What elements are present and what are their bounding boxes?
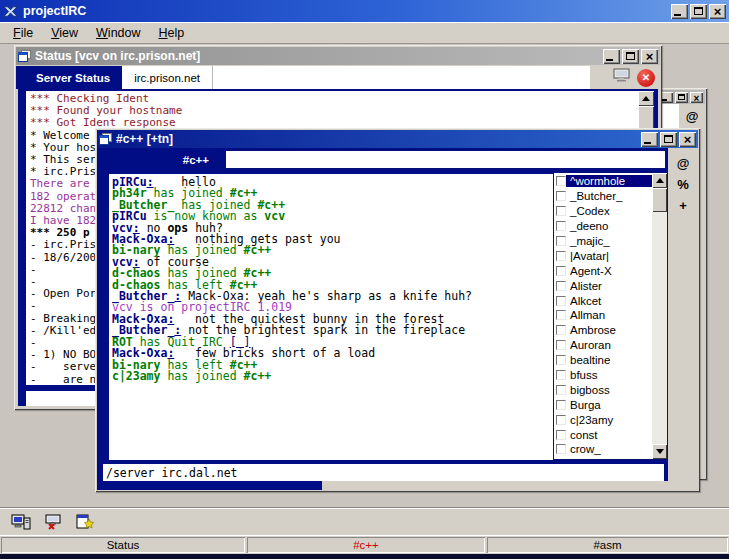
nick-name: Agent-X xyxy=(566,265,652,277)
minimize-button[interactable] xyxy=(603,49,620,64)
nick-checkbox[interactable] xyxy=(556,340,566,350)
nick-checkbox[interactable] xyxy=(556,430,566,440)
nick-name: Auroran xyxy=(566,339,652,351)
computer-icon[interactable] xyxy=(9,511,33,533)
nick-checkbox[interactable] xyxy=(556,251,566,261)
channel-window-title: #c++ [+tn] xyxy=(116,132,173,146)
chat-message-area: pIRCu: helloph34r has joined #c++_Butche… xyxy=(109,174,553,460)
nick-row[interactable]: |Avatar| xyxy=(554,248,652,263)
minimize-icon xyxy=(606,59,613,61)
scroll-thumb[interactable] xyxy=(652,188,667,212)
chat-span: c|23amy xyxy=(112,369,160,383)
nick-checkbox[interactable] xyxy=(556,236,566,246)
voice-mode-button[interactable]: + xyxy=(679,199,687,213)
nick-checkbox[interactable] xyxy=(556,191,566,201)
monitor-icon[interactable] xyxy=(613,68,632,87)
scroll-down-button[interactable] xyxy=(652,444,667,459)
minimize-button[interactable] xyxy=(671,4,688,19)
scroll-track[interactable] xyxy=(652,188,667,444)
channel-window-titlebar[interactable]: #c++ [+tn] xyxy=(97,130,698,148)
nick-name: bfuss xyxy=(566,369,652,381)
nick-name: bealtine xyxy=(566,354,652,366)
nick-row[interactable]: bigboss xyxy=(554,382,652,397)
disconnect-icon[interactable] xyxy=(41,511,65,533)
window-bottom-edge xyxy=(0,554,729,559)
nick-checkbox[interactable] xyxy=(556,310,566,320)
nicklist-scrollbar[interactable] xyxy=(652,173,667,459)
nick-list-box: ^wormhole_Butcher__Codex_deeno_majic_|Av… xyxy=(553,172,668,460)
tab-server-status[interactable]: Server Status xyxy=(24,66,122,89)
nick-row[interactable]: crow_ xyxy=(554,442,652,457)
nick-row[interactable]: Allman xyxy=(554,308,652,323)
statusbar-panel-cpp[interactable]: #c++ xyxy=(247,537,485,553)
statusbar-panel-asm[interactable]: #asm xyxy=(487,537,728,553)
close-button[interactable] xyxy=(679,132,696,147)
nick-checkbox[interactable] xyxy=(556,385,566,395)
scroll-thumb[interactable] xyxy=(638,106,654,130)
nick-checkbox[interactable] xyxy=(556,296,566,306)
nick-row[interactable]: bfuss xyxy=(554,368,652,383)
nick-row[interactable]: Burga xyxy=(554,397,652,412)
close-button[interactable] xyxy=(709,4,726,19)
menu-file[interactable]: File xyxy=(4,24,42,42)
projectirc-app: projectIRC File View Window Help xyxy=(0,0,729,559)
menu-help[interactable]: Help xyxy=(150,24,194,42)
maximize-icon xyxy=(678,94,685,100)
main-titlebar[interactable]: projectIRC xyxy=(0,0,729,22)
nick-checkbox[interactable] xyxy=(556,370,566,380)
maximize-button[interactable] xyxy=(660,132,677,147)
nick-checkbox[interactable] xyxy=(556,444,566,454)
nick-row[interactable]: _deeno xyxy=(554,219,652,234)
nick-checkbox[interactable] xyxy=(556,355,566,365)
tab-irc-prison-net[interactable]: irc.prison.net xyxy=(122,66,213,89)
nick-checkbox[interactable] xyxy=(556,415,566,425)
nick-row[interactable]: Alister xyxy=(554,278,652,293)
nick-checkbox[interactable] xyxy=(556,325,566,335)
nick-name: _Codex xyxy=(566,205,652,217)
maximize-button[interactable] xyxy=(675,92,688,103)
nick-row[interactable]: _majic_ xyxy=(554,234,652,249)
nick-checkbox[interactable] xyxy=(556,221,566,231)
message-input[interactable] xyxy=(103,464,664,481)
chat-span: #c++ xyxy=(244,369,272,383)
nick-checkbox[interactable] xyxy=(556,281,566,291)
disconnect-button[interactable] xyxy=(637,69,655,87)
nick-checkbox[interactable] xyxy=(556,266,566,276)
settings-icon[interactable] xyxy=(73,511,97,533)
maximize-button[interactable] xyxy=(622,49,639,64)
close-button[interactable] xyxy=(641,49,658,64)
tab-strip-blank xyxy=(225,150,666,169)
halfop-mode-button[interactable]: % xyxy=(677,178,689,192)
nick-row[interactable]: _Butcher_ xyxy=(554,189,652,204)
minimize-button[interactable] xyxy=(641,132,658,147)
nick-row[interactable]: Ambrose xyxy=(554,323,652,338)
minimize-icon xyxy=(674,14,681,16)
tab-c-plus-plus[interactable]: #c++ xyxy=(97,148,219,171)
statusbar-panel-status[interactable]: Status xyxy=(1,537,245,553)
nick-row[interactable]: Agent-X xyxy=(554,263,652,278)
nick-checkbox[interactable] xyxy=(556,206,566,216)
menu-view[interactable]: View xyxy=(42,24,87,42)
minimize-icon xyxy=(644,142,651,144)
chat-line: c|23amy has joined #c++ xyxy=(112,371,553,382)
nick-row[interactable]: Auroran xyxy=(554,338,652,353)
close-icon xyxy=(646,47,654,65)
nick-row[interactable]: ^wormhole xyxy=(554,174,652,189)
chat-span: vcv xyxy=(264,209,285,223)
maximize-button[interactable] xyxy=(690,4,707,19)
nick-row[interactable]: c|23amy xyxy=(554,412,652,427)
menu-window[interactable]: Window xyxy=(87,24,149,42)
op-mode-button[interactable]: @ xyxy=(677,157,690,171)
scroll-up-button[interactable] xyxy=(638,91,654,106)
nick-row[interactable]: bealtine xyxy=(554,353,652,368)
scroll-up-button[interactable] xyxy=(652,173,667,188)
nick-checkbox[interactable] xyxy=(556,176,566,186)
nick-row[interactable]: _Codex xyxy=(554,204,652,219)
close-button[interactable] xyxy=(690,92,703,103)
status-window-titlebar[interactable]: Status [vcv on irc.prison.net] xyxy=(16,47,660,65)
nick-checkbox[interactable] xyxy=(556,400,566,410)
nick-name: _deeno xyxy=(566,220,652,232)
nick-name: ^wormhole xyxy=(566,175,652,187)
nick-row[interactable]: const xyxy=(554,427,652,442)
nick-row[interactable]: Alkcet xyxy=(554,293,652,308)
